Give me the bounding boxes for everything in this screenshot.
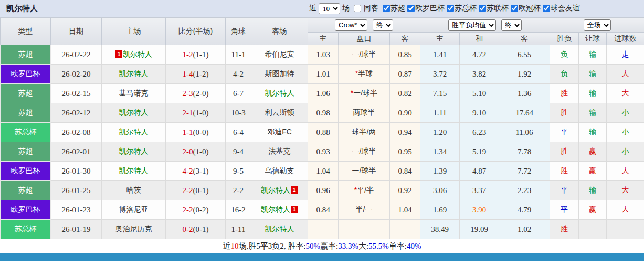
avg-draw-odds-cell: 3.82 bbox=[460, 65, 499, 84]
corner-cell: 1-11 bbox=[226, 220, 251, 239]
home-team-cell: 1凯尔特人 bbox=[102, 45, 166, 65]
sub-header-result: 胜负 bbox=[550, 33, 579, 45]
crow-home-odds-cell: 0.98 bbox=[308, 103, 339, 123]
result-cell: 胜 bbox=[550, 142, 579, 162]
result-cell: 胜 bbox=[550, 220, 579, 239]
avg-time-select[interactable]: 终 bbox=[501, 19, 522, 31]
handicap-cell: *一/球半 bbox=[339, 84, 390, 103]
summary-segment-9: 40% bbox=[407, 242, 421, 251]
home-team-cell: 凯尔特人 bbox=[102, 123, 166, 142]
corner-cell: 4-2 bbox=[226, 65, 251, 84]
col-header-corner: 角球 bbox=[226, 18, 251, 45]
avg-draw-odds-cell: 4.72 bbox=[460, 45, 499, 65]
avg-away-odds-cell: 17.64 bbox=[499, 103, 550, 123]
summary-segment-1: 10 bbox=[231, 242, 239, 251]
league-checkbox-1[interactable] bbox=[407, 5, 415, 12]
summary-segment-0: 近 bbox=[223, 241, 231, 251]
table-row: 欧罗巴杯26-02-20凯尔特人1-4(1-2)4-2斯图加特1.01*半球0.… bbox=[1, 65, 644, 84]
col-header-away: 客场 bbox=[251, 18, 308, 45]
avg-away-odds-cell: 2.23 bbox=[499, 181, 550, 200]
league-checkbox-4[interactable] bbox=[511, 5, 518, 12]
bottom-accent-bar bbox=[0, 253, 644, 261]
league-checkbox-group: 苏超欧罗巴杯苏总杯苏联杯欧冠杯球会友谊 bbox=[381, 4, 580, 13]
odds-company-select[interactable]: Crow* bbox=[335, 19, 367, 31]
goals-result-cell: 大 bbox=[607, 200, 644, 220]
scope-select[interactable]: 全场 bbox=[584, 19, 611, 31]
handicap-result-cell bbox=[579, 220, 607, 239]
summary-segment-8: 单率: bbox=[389, 241, 407, 251]
league-checkbox-0[interactable] bbox=[383, 5, 390, 12]
handicap-result-cell: 输 bbox=[579, 103, 607, 123]
result-cell: 胜 bbox=[550, 103, 579, 123]
avg-draw-odds-cell: 4.87 bbox=[460, 162, 499, 181]
handicap-cell bbox=[339, 220, 390, 239]
goals-result-cell: 小 bbox=[607, 103, 644, 123]
league-checkbox-5[interactable] bbox=[543, 5, 550, 12]
handicap-result-cell: 赢 bbox=[579, 162, 607, 181]
league-checkbox-3[interactable] bbox=[479, 5, 486, 12]
sub-header-crow-away: 客 bbox=[390, 33, 420, 45]
result-cell: 平 bbox=[550, 181, 579, 200]
avg-odds-group-header: 胜平负均值 终 bbox=[420, 18, 550, 33]
table-row: 欧罗巴杯26-01-30凯尔特人4-2(3-1)9-5乌德勒支1.04一/球半0… bbox=[1, 162, 644, 181]
col-header-type: 类型 bbox=[1, 18, 51, 45]
summary-segment-7: 55.5% bbox=[368, 242, 389, 251]
league-filter-3: 苏联杯 bbox=[477, 4, 509, 13]
table-row: 苏总杯26-01-19奥治尼历克0-2(0-1)1-11凯尔特人38.4919.… bbox=[1, 220, 644, 239]
handicap-result-cell: 输 bbox=[579, 84, 607, 103]
league-label-1: 欧罗巴杯 bbox=[415, 4, 445, 13]
top-filter-bar: 凯尔特人 近 10 场 同客 苏超欧罗巴杯苏总杯苏联杯欧冠杯球会友谊 bbox=[0, 0, 644, 17]
league-label-4: 欧冠杯 bbox=[519, 4, 541, 13]
date-cell: 26-01-30 bbox=[51, 162, 102, 181]
avg-kind-select[interactable]: 胜平负均值 bbox=[448, 19, 496, 31]
same-venue-checkbox[interactable] bbox=[354, 5, 361, 12]
corner-cell: 10-3 bbox=[226, 103, 251, 123]
crow-away-odds-cell bbox=[390, 220, 420, 239]
crow-home-odds-cell: 1.01 bbox=[308, 65, 339, 84]
goals-result-cell: 大 bbox=[607, 162, 644, 181]
score-cell: 1-1(0-0) bbox=[166, 123, 226, 142]
score-cell: 2-1(1-0) bbox=[166, 103, 226, 123]
crow-away-odds-cell: 0.94 bbox=[390, 123, 420, 142]
match-rows: 苏超26-02-221凯尔特人1-2(1-1)11-1希伯尼安1.03一/球半0… bbox=[1, 45, 644, 239]
score-cell: 2-2(0-1) bbox=[166, 181, 226, 200]
crow-home-odds-cell: 1.03 bbox=[308, 45, 339, 65]
date-cell: 26-01-23 bbox=[51, 200, 102, 220]
odds-time-select[interactable]: 终 bbox=[373, 19, 393, 31]
handicap-result-cell: 输 bbox=[579, 45, 607, 65]
away-team-cell: 凯尔特人1 bbox=[251, 181, 308, 200]
crow-home-odds-cell: 1.04 bbox=[308, 162, 339, 181]
avg-draw-odds-cell: 19.09 bbox=[460, 220, 499, 239]
home-team-cell: 奥治尼历克 bbox=[102, 220, 166, 239]
table-row: 欧罗巴杯26-01-23博洛尼亚2-2(0-2)16-2凯尔特人10.84半/一… bbox=[1, 200, 644, 220]
date-cell: 26-02-22 bbox=[51, 45, 102, 65]
summary-line: 近10场,胜5平3负2, 胜率:50% 赢率:33.3% 大:55.5% 单率:… bbox=[0, 239, 644, 253]
crow-odds-group-header: Crow* 终 bbox=[308, 18, 420, 33]
avg-draw-odds-cell: 5.10 bbox=[460, 84, 499, 103]
date-cell: 26-01-25 bbox=[51, 181, 102, 200]
summary-segment-2: 场,胜5平3负2, 胜率: bbox=[239, 241, 306, 251]
league-filter-0: 苏超 bbox=[381, 4, 405, 13]
summary-segment-4: 赢率: bbox=[320, 241, 338, 251]
league-checkbox-2[interactable] bbox=[447, 5, 454, 12]
result-cell: 胜 bbox=[550, 84, 579, 103]
avg-away-odds-cell: 7.78 bbox=[499, 142, 550, 162]
corner-cell: 6-4 bbox=[226, 123, 251, 142]
summary-segment-6: 大: bbox=[358, 241, 368, 251]
result-group-header: 全场 bbox=[550, 18, 644, 33]
date-cell: 26-02-15 bbox=[51, 84, 102, 103]
col-header-date: 日期 bbox=[51, 18, 102, 45]
avg-away-odds-cell: 4.79 bbox=[499, 200, 550, 220]
avg-away-odds-cell: 11.06 bbox=[499, 123, 550, 142]
handicap-cell: *平/半 bbox=[339, 181, 390, 200]
handicap-result-cell: 赢 bbox=[579, 142, 607, 162]
score-cell: 1-2(1-1) bbox=[166, 45, 226, 65]
crow-home-odds-cell: 0.93 bbox=[308, 142, 339, 162]
avg-away-odds-cell: 1.92 bbox=[499, 65, 550, 84]
avg-home-odds-cell: 7.15 bbox=[420, 84, 460, 103]
match-count-select[interactable]: 10 bbox=[319, 3, 340, 14]
crow-home-odds-cell: 0.96 bbox=[308, 181, 339, 200]
date-cell: 26-02-08 bbox=[51, 123, 102, 142]
avg-draw-odds-cell: 9.10 bbox=[460, 103, 499, 123]
col-header-score: 比分(半场) bbox=[166, 18, 226, 45]
